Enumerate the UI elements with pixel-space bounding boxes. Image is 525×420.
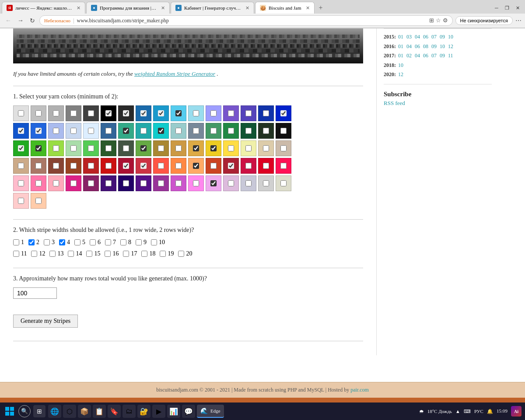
color-cell-4-9[interactable] — [171, 175, 186, 191]
color-cell-1-5[interactable] — [101, 123, 116, 139]
rss-link[interactable]: RSS feed — [384, 100, 405, 106]
width-checkbox-19[interactable] — [160, 251, 166, 257]
color-cell-4-14[interactable] — [258, 175, 274, 191]
color-checkbox-5-1[interactable] — [35, 198, 42, 204]
rows-input[interactable] — [13, 287, 57, 299]
color-cell-0-0[interactable] — [13, 105, 29, 121]
color-cell-2-5[interactable] — [101, 140, 116, 156]
sidebar-link-2015-04[interactable]: 04 — [415, 34, 420, 40]
color-checkbox-0-8[interactable] — [158, 110, 164, 116]
color-cell-0-14[interactable] — [258, 105, 274, 121]
color-checkbox-3-13[interactable] — [245, 163, 252, 169]
width-checkbox-16[interactable] — [105, 251, 111, 257]
width-checkbox-13[interactable] — [49, 251, 56, 257]
color-checkbox-1-15[interactable] — [280, 128, 287, 134]
color-cell-1-11[interactable] — [206, 123, 221, 139]
color-cell-3-13[interactable] — [241, 158, 256, 174]
width-checkbox-17[interactable] — [123, 251, 129, 257]
width-checkbox-6[interactable] — [90, 239, 96, 245]
color-cell-3-6[interactable] — [118, 158, 134, 174]
back-button[interactable]: ← — [4, 16, 13, 25]
color-checkbox-1-7[interactable] — [140, 128, 147, 134]
color-cell-4-2[interactable] — [48, 175, 64, 191]
color-checkbox-0-7[interactable] — [140, 110, 147, 116]
color-cell-3-8[interactable] — [153, 158, 169, 174]
color-cell-2-12[interactable] — [223, 140, 239, 156]
color-checkbox-0-12[interactable] — [228, 110, 234, 116]
close-button[interactable]: ✕ — [514, 4, 522, 12]
color-cell-3-15[interactable] — [276, 158, 291, 174]
taskbar-search-button[interactable]: 🔍 — [18, 405, 31, 417]
color-checkbox-3-12[interactable] — [228, 163, 234, 169]
color-cell-1-4[interactable] — [83, 123, 99, 139]
color-cell-2-2[interactable] — [48, 140, 64, 156]
sidebar-link-2018-10[interactable]: 10 — [398, 62, 403, 68]
color-cell-2-4[interactable] — [83, 140, 99, 156]
start-button[interactable] — [4, 405, 16, 417]
color-checkbox-0-13[interactable] — [245, 110, 252, 116]
color-checkbox-2-7[interactable] — [140, 145, 147, 151]
color-cell-1-0[interactable] — [13, 123, 29, 139]
color-checkbox-0-3[interactable] — [70, 110, 77, 116]
color-checkbox-1-12[interactable] — [228, 128, 234, 134]
url-bar[interactable]: Небезопасно | www.biscuitsandjam.com/str… — [39, 15, 453, 26]
color-checkbox-2-13[interactable] — [245, 145, 252, 151]
width-checkbox-2[interactable] — [28, 239, 35, 245]
minimize-button[interactable]: ─ — [493, 4, 500, 12]
width-checkbox-1[interactable] — [13, 239, 19, 245]
taskbar-app-4[interactable]: 📋 — [93, 405, 106, 418]
width-checkbox-4[interactable] — [59, 239, 65, 245]
color-cell-1-12[interactable] — [223, 123, 239, 139]
sidebar-link-2016-12[interactable]: 12 — [448, 43, 453, 49]
color-cell-1-8[interactable] — [153, 123, 169, 139]
width-checkbox-11[interactable] — [13, 251, 19, 257]
taskbar-app-yahoo[interactable]: ⬡ — [63, 405, 76, 418]
color-checkbox-2-9[interactable] — [175, 145, 182, 151]
color-checkbox-2-4[interactable] — [88, 145, 94, 151]
color-cell-0-3[interactable] — [66, 105, 81, 121]
color-checkbox-3-9[interactable] — [175, 163, 182, 169]
color-checkbox-4-10[interactable] — [193, 180, 199, 186]
color-cell-0-11[interactable] — [206, 105, 221, 121]
color-cell-4-12[interactable] — [223, 175, 239, 191]
taskbar-app-ie[interactable]: 🌐 — [48, 405, 61, 418]
sidebar-link-2017-09[interactable]: 09 — [440, 52, 445, 59]
color-checkbox-1-8[interactable] — [158, 128, 164, 134]
color-cell-2-1[interactable] — [31, 140, 46, 156]
color-checkbox-4-6[interactable] — [123, 180, 129, 186]
sidebar-link-2015-09[interactable]: 09 — [440, 34, 445, 40]
color-checkbox-3-1[interactable] — [35, 163, 42, 169]
color-cell-2-8[interactable] — [153, 140, 169, 156]
color-checkbox-3-5[interactable] — [105, 163, 112, 169]
width-checkbox-3[interactable] — [44, 239, 50, 245]
color-cell-2-10[interactable] — [188, 140, 204, 156]
color-cell-0-4[interactable] — [83, 105, 99, 121]
color-checkbox-3-3[interactable] — [70, 163, 77, 169]
color-cell-3-4[interactable] — [83, 158, 99, 174]
sidebar-link-2016-06[interactable]: 06 — [415, 43, 420, 49]
color-cell-2-3[interactable] — [66, 140, 81, 156]
sidebar-link-2016-08[interactable]: 08 — [423, 43, 428, 49]
color-checkbox-3-15[interactable] — [280, 163, 287, 169]
color-checkbox-2-1[interactable] — [35, 145, 42, 151]
color-cell-4-0[interactable] — [13, 175, 29, 191]
color-checkbox-1-10[interactable] — [193, 128, 199, 134]
width-checkbox-18[interactable] — [141, 251, 147, 257]
color-cell-3-11[interactable] — [206, 158, 221, 174]
color-checkbox-0-9[interactable] — [175, 110, 182, 116]
weighted-generator-link[interactable]: weighted Random Stripe Generator — [134, 70, 215, 77]
color-checkbox-3-14[interactable] — [263, 163, 269, 169]
color-checkbox-4-7[interactable] — [140, 180, 147, 186]
color-checkbox-4-3[interactable] — [70, 180, 77, 186]
color-cell-0-7[interactable] — [136, 105, 151, 121]
color-checkbox-3-2[interactable] — [53, 163, 59, 169]
color-checkbox-0-5[interactable] — [105, 110, 112, 116]
color-cell-5-0[interactable] — [13, 193, 29, 209]
color-checkbox-4-12[interactable] — [228, 180, 234, 186]
color-checkbox-1-11[interactable] — [210, 128, 217, 134]
color-cell-1-13[interactable] — [241, 123, 256, 139]
tab-close-1[interactable]: ✕ — [77, 5, 80, 11]
color-checkbox-4-0[interactable] — [18, 180, 24, 186]
sidebar-link-2015-06[interactable]: 06 — [423, 34, 428, 40]
color-cell-0-8[interactable] — [153, 105, 169, 121]
